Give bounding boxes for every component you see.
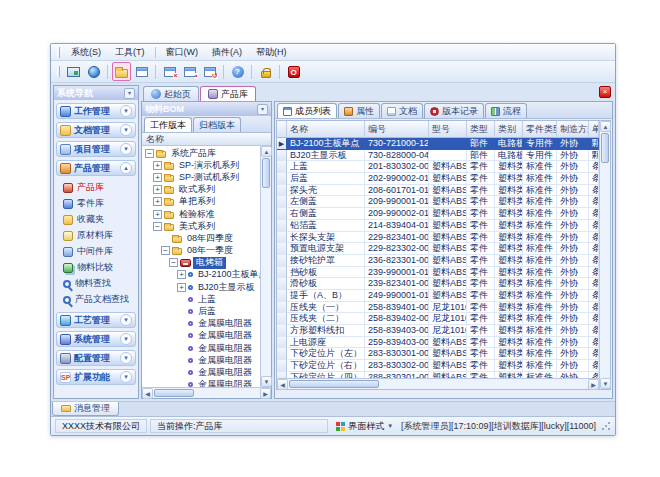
grid-horizontal-scrollbar[interactable]: ◀ ▶: [277, 378, 599, 389]
expand-plus-icon[interactable]: +: [177, 283, 186, 292]
web-portal-button[interactable]: [84, 62, 103, 81]
chevron-up-icon[interactable]: ▲: [120, 162, 132, 174]
toolbar-grip[interactable]: [57, 66, 60, 77]
refresh-button[interactable]: [200, 62, 219, 81]
tree-node[interactable]: +欧式系列: [142, 184, 260, 196]
expand-plus-icon[interactable]: +: [153, 173, 162, 182]
chevron-down-icon[interactable]: ▼: [120, 352, 132, 364]
sidebar-group-project-mgmt[interactable]: 项目管理▼: [56, 141, 136, 157]
sidebar-collapse-button[interactable]: [124, 88, 135, 99]
tab-working-version[interactable]: 工作版本: [144, 117, 192, 132]
collapse-minus-icon[interactable]: −: [161, 246, 170, 255]
tree-node[interactable]: 金属膜电阻器: [142, 342, 260, 354]
expand-plus-icon[interactable]: +: [153, 185, 162, 194]
tree-node[interactable]: +BJ20主显示板: [142, 281, 260, 293]
interface-style-dropdown[interactable]: 界面样式 ▼: [331, 419, 398, 433]
tree-node[interactable]: 后盖: [142, 305, 260, 317]
scroll-down-icon[interactable]: ▼: [600, 378, 611, 389]
table-row[interactable]: 铝箔盖214-839404-01X塑料ABS零件塑料类标准件外协条: [277, 220, 599, 232]
chevron-down-icon[interactable]: ▼: [120, 333, 132, 345]
sidebar-item-material-compare[interactable]: 物料比较: [63, 261, 136, 274]
scroll-right-icon[interactable]: ▶: [588, 379, 599, 390]
sidebar-item-product-doc-search[interactable]: 产品文档查找: [63, 293, 136, 306]
tree-node[interactable]: +SP-测试机系列: [142, 171, 260, 183]
resize-grip[interactable]: [601, 421, 611, 431]
tree-node[interactable]: −美式系列: [142, 220, 260, 232]
tree-horizontal-scrollbar[interactable]: ◀ ▶: [142, 387, 271, 398]
table-row[interactable]: 探头壳208-601701-01X塑料ABS零件塑料类标准件外协条: [277, 185, 599, 197]
tab-properties[interactable]: 属性: [338, 103, 380, 118]
menu-plugins[interactable]: 插件(A): [205, 44, 249, 61]
expand-plus-icon[interactable]: +: [153, 161, 162, 170]
tree-node[interactable]: +SP-演示机系列: [142, 159, 260, 171]
message-management-tab[interactable]: 消息管理: [52, 402, 119, 416]
tab-member-list[interactable]: 成员列表: [277, 103, 337, 118]
table-row[interactable]: 接砂轮护罩236-823301-00X塑料ABS零件塑料类标准件外协条: [277, 255, 599, 267]
tab-product-library[interactable]: 产品库: [200, 86, 256, 101]
expand-plus-icon[interactable]: +: [153, 210, 162, 219]
table-row[interactable]: 上电源座259-839403-00X塑料ABS零件塑料类标准件外协条: [277, 337, 599, 349]
table-row[interactable]: 左侧盖209-990001-01X塑料ABS零件塑料类标准件外协条: [277, 196, 599, 208]
lock-button[interactable]: [256, 62, 275, 81]
table-row[interactable]: 长探头支架229-823401-00X塑料ABS零件塑料类标准件外协条: [277, 232, 599, 244]
scroll-down-icon[interactable]: ▼: [261, 376, 272, 387]
tree-column-header[interactable]: 名称: [142, 133, 271, 146]
sidebar-group-extensions[interactable]: SP扩展功能▼: [56, 369, 136, 385]
table-row[interactable]: 下砂定位片（左）283-830301-00X塑料ABS零件塑料类标准件外协条: [277, 348, 599, 360]
tree-vscroll-thumb[interactable]: [262, 158, 270, 188]
collapse-minus-icon[interactable]: −: [169, 258, 178, 267]
table-row[interactable]: 上盖201-830302-00X塑料ABS零件塑料类标准件外协条: [277, 161, 599, 173]
sidebar-item-favorites[interactable]: 收藏夹: [63, 213, 136, 226]
column-header[interactable]: 零件类型: [523, 121, 557, 138]
table-row[interactable]: 压线夹（一）258-839401-00X尼龙1010零件塑料类标准件外协条: [277, 302, 599, 314]
tree-hscroll-thumb[interactable]: [154, 389, 194, 397]
tree-node[interactable]: 金属膜电阻器: [142, 330, 260, 342]
chevron-down-icon[interactable]: ▼: [120, 124, 132, 136]
tab-archived-version[interactable]: 归档版本: [193, 117, 241, 132]
table-row[interactable]: 下砂定位片（右）283-830302-00X塑料ABS零件塑料类标准件外协条: [277, 360, 599, 372]
table-row[interactable]: 方形塑料线扣258-839403-00X尼龙1010零件塑料类标准件外协条: [277, 325, 599, 337]
tree-node[interactable]: +BJ-2100主板单点: [142, 269, 260, 281]
help-button[interactable]: ?: [228, 62, 247, 81]
table-row[interactable]: 右侧盖209-990002-01X塑料ABS零件塑料类标准件外协条: [277, 208, 599, 220]
table-row[interactable]: ▶BJ-2100主板单点730-721000-12X部件电路板专用件外协颗: [277, 138, 599, 150]
close-tab-icon[interactable]: [599, 86, 611, 98]
menu-tools[interactable]: 工具(T): [108, 44, 152, 61]
scroll-up-icon[interactable]: ▲: [261, 146, 272, 157]
tab-documents[interactable]: 文档: [381, 103, 423, 118]
menu-window[interactable]: 窗口(W): [159, 44, 206, 61]
tree-node[interactable]: 金属膜电阻器: [142, 379, 260, 387]
column-header[interactable]: 制造方式: [557, 121, 589, 138]
chevron-down-icon[interactable]: ▼: [120, 143, 132, 155]
tree-node[interactable]: −系统产品库: [142, 147, 260, 159]
column-header[interactable]: 编号: [365, 121, 429, 138]
column-header[interactable]: 类型: [467, 121, 495, 138]
sidebar-item-parts-library[interactable]: 零件库: [63, 197, 136, 210]
product-library-button[interactable]: [112, 62, 131, 81]
sidebar-group-system-mgmt[interactable]: 系统管理▼: [56, 331, 136, 347]
sidebar-group-work-mgmt[interactable]: 工作管理▼: [56, 103, 136, 119]
checkout-button[interactable]: [180, 62, 199, 81]
table-row[interactable]: 滑砂板239-823401-00X塑料ABS零件塑料类标准件外协条: [277, 278, 599, 290]
tab-version-history[interactable]: 版本记录: [424, 103, 484, 118]
exit-button[interactable]: O: [284, 62, 303, 81]
tree-node[interactable]: +检验标准: [142, 208, 260, 220]
grid-vertical-scrollbar[interactable]: ▲ ▼: [599, 121, 610, 389]
collapse-minus-icon[interactable]: −: [145, 149, 154, 158]
table-row[interactable]: 提手（A、B）249-990001-01X塑料ABS零件塑料类标准件外协条: [277, 290, 599, 302]
scroll-right-icon[interactable]: ▶: [260, 388, 271, 399]
tree-node[interactable]: +单把系列: [142, 196, 260, 208]
bom-collapse-button[interactable]: [257, 104, 268, 115]
chevron-down-icon[interactable]: ▼: [120, 105, 132, 117]
table-row[interactable]: 预置电源支架229-823302-00X塑料ABS零件塑料类标准件外协条: [277, 243, 599, 255]
scroll-left-icon[interactable]: ◀: [277, 379, 288, 390]
chevron-down-icon[interactable]: ▼: [120, 371, 132, 383]
grid-vscroll-thumb[interactable]: [601, 133, 609, 163]
sidebar-item-raw-material-library[interactable]: 原材料库: [63, 229, 136, 242]
tree-node[interactable]: 上盖: [142, 293, 260, 305]
sidebar-group-process-mgmt[interactable]: 工艺管理▼: [56, 312, 136, 328]
menu-system[interactable]: 系统(S): [64, 44, 108, 61]
tree-node[interactable]: 金属膜电阻器: [142, 318, 260, 330]
expand-plus-icon[interactable]: +: [153, 197, 162, 206]
chevron-down-icon[interactable]: ▼: [120, 314, 132, 326]
